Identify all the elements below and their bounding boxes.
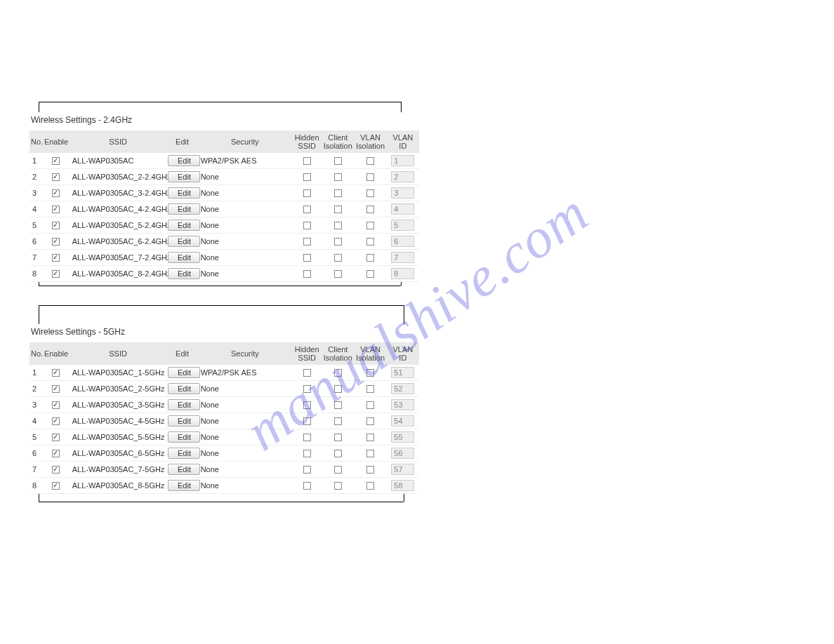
- hidden-ssid-checkbox[interactable]: [303, 157, 311, 165]
- cell-hidden-ssid: [292, 250, 322, 266]
- edit-button[interactable]: Edit: [168, 187, 200, 199]
- vlan-isolation-checkbox[interactable]: [366, 385, 374, 393]
- hidden-ssid-checkbox[interactable]: [303, 401, 311, 409]
- vlan-isolation-checkbox[interactable]: [366, 450, 374, 457]
- hidden-ssid-checkbox[interactable]: [303, 434, 311, 441]
- enable-checkbox[interactable]: [52, 157, 60, 165]
- hidden-ssid-checkbox[interactable]: [303, 482, 311, 490]
- client-isolation-checkbox[interactable]: [334, 254, 342, 262]
- vlan-isolation-checkbox[interactable]: [366, 254, 374, 262]
- vlan-id-input[interactable]: 55: [391, 431, 414, 443]
- cell-ssid: ALL-WAP0305AC_6-2.4GHz: [70, 234, 167, 250]
- enable-checkbox[interactable]: [52, 173, 60, 181]
- vlan-id-input[interactable]: 7: [391, 252, 414, 263]
- vlan-isolation-checkbox[interactable]: [366, 369, 374, 377]
- edit-button[interactable]: Edit: [168, 171, 200, 182]
- vlan-isolation-checkbox[interactable]: [366, 417, 374, 425]
- enable-checkbox[interactable]: [52, 482, 60, 490]
- vlan-isolation-checkbox[interactable]: [366, 173, 374, 181]
- vlan-isolation-checkbox[interactable]: [366, 189, 374, 197]
- client-isolation-checkbox[interactable]: [334, 450, 342, 457]
- vlan-isolation-checkbox[interactable]: [366, 401, 374, 409]
- edit-button[interactable]: Edit: [168, 480, 200, 491]
- hidden-ssid-checkbox[interactable]: [303, 254, 311, 262]
- hidden-ssid-checkbox[interactable]: [303, 450, 311, 457]
- client-isolation-checkbox[interactable]: [334, 401, 342, 409]
- vlan-id-input[interactable]: 52: [391, 383, 414, 394]
- vlan-id-input[interactable]: 57: [391, 464, 414, 475]
- client-isolation-checkbox[interactable]: [334, 189, 342, 197]
- client-isolation-checkbox[interactable]: [334, 173, 342, 181]
- vlan-id-input[interactable]: 1: [391, 155, 414, 166]
- vlan-id-input[interactable]: 4: [391, 203, 414, 215]
- vlan-id-input[interactable]: 2: [391, 171, 414, 182]
- vlan-id-input[interactable]: 56: [391, 448, 414, 459]
- vlan-id-input[interactable]: 51: [391, 367, 414, 378]
- enable-checkbox[interactable]: [52, 270, 60, 278]
- edit-button[interactable]: Edit: [168, 367, 200, 378]
- enable-checkbox[interactable]: [52, 385, 60, 393]
- client-isolation-checkbox[interactable]: [334, 466, 342, 474]
- enable-checkbox[interactable]: [52, 450, 60, 457]
- cell-vlan-id: 3: [387, 185, 419, 201]
- vlan-isolation-checkbox[interactable]: [366, 206, 374, 213]
- enable-checkbox[interactable]: [52, 434, 60, 441]
- hidden-ssid-checkbox[interactable]: [303, 385, 311, 393]
- enable-checkbox[interactable]: [52, 189, 60, 197]
- vlan-isolation-checkbox[interactable]: [366, 482, 374, 490]
- client-isolation-checkbox[interactable]: [334, 270, 342, 278]
- vlan-isolation-checkbox[interactable]: [366, 238, 374, 246]
- edit-button[interactable]: Edit: [168, 203, 200, 215]
- enable-checkbox[interactable]: [52, 254, 60, 262]
- vlan-id-input[interactable]: 58: [391, 480, 414, 491]
- vlan-isolation-checkbox[interactable]: [366, 222, 374, 229]
- client-isolation-checkbox[interactable]: [334, 206, 342, 213]
- enable-checkbox[interactable]: [52, 466, 60, 474]
- enable-checkbox[interactable]: [52, 417, 60, 425]
- edit-button[interactable]: Edit: [168, 448, 200, 459]
- hidden-ssid-checkbox[interactable]: [303, 222, 311, 229]
- hidden-ssid-checkbox[interactable]: [303, 270, 311, 278]
- client-isolation-checkbox[interactable]: [334, 385, 342, 393]
- vlan-isolation-checkbox[interactable]: [366, 157, 374, 165]
- vlan-id-input[interactable]: 8: [391, 268, 414, 279]
- enable-checkbox[interactable]: [52, 369, 60, 377]
- edit-button[interactable]: Edit: [168, 155, 200, 166]
- vlan-id-input[interactable]: 6: [391, 236, 414, 247]
- cell-ssid: ALL-WAP0305AC_7-2.4GHz: [70, 250, 167, 266]
- client-isolation-checkbox[interactable]: [334, 417, 342, 425]
- enable-checkbox[interactable]: [52, 206, 60, 213]
- client-isolation-checkbox[interactable]: [334, 369, 342, 377]
- client-isolation-checkbox[interactable]: [334, 157, 342, 165]
- edit-button[interactable]: Edit: [168, 383, 200, 394]
- hidden-ssid-checkbox[interactable]: [303, 466, 311, 474]
- hidden-ssid-checkbox[interactable]: [303, 369, 311, 377]
- vlan-id-input[interactable]: 3: [391, 187, 414, 199]
- vlan-isolation-checkbox[interactable]: [366, 466, 374, 474]
- hidden-ssid-checkbox[interactable]: [303, 189, 311, 197]
- enable-checkbox[interactable]: [52, 401, 60, 409]
- vlan-isolation-checkbox[interactable]: [366, 434, 374, 441]
- client-isolation-checkbox[interactable]: [334, 434, 342, 441]
- edit-button[interactable]: Edit: [168, 399, 200, 410]
- edit-button[interactable]: Edit: [168, 415, 200, 427]
- hidden-ssid-checkbox[interactable]: [303, 238, 311, 246]
- edit-button[interactable]: Edit: [168, 252, 200, 263]
- client-isolation-checkbox[interactable]: [334, 238, 342, 246]
- edit-button[interactable]: Edit: [168, 464, 200, 475]
- vlan-id-input[interactable]: 53: [391, 399, 414, 410]
- edit-button[interactable]: Edit: [168, 268, 200, 279]
- vlan-id-input[interactable]: 5: [391, 220, 414, 231]
- hidden-ssid-checkbox[interactable]: [303, 206, 311, 213]
- edit-button[interactable]: Edit: [168, 431, 200, 443]
- hidden-ssid-checkbox[interactable]: [303, 173, 311, 181]
- client-isolation-checkbox[interactable]: [334, 482, 342, 490]
- client-isolation-checkbox[interactable]: [334, 222, 342, 229]
- vlan-isolation-checkbox[interactable]: [366, 270, 374, 278]
- vlan-id-input[interactable]: 54: [391, 415, 414, 427]
- enable-checkbox[interactable]: [52, 222, 60, 229]
- edit-button[interactable]: Edit: [168, 236, 200, 247]
- enable-checkbox[interactable]: [52, 238, 60, 246]
- hidden-ssid-checkbox[interactable]: [303, 417, 311, 425]
- edit-button[interactable]: Edit: [168, 220, 200, 231]
